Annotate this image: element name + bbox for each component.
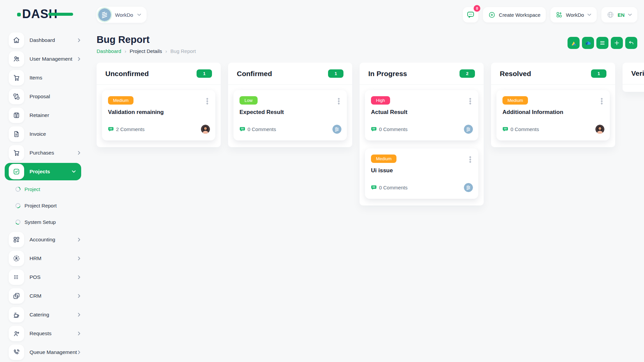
sidebar-item-projects[interactable]: Projects xyxy=(5,163,81,180)
breadcrumb-dashboard[interactable]: Dashboard xyxy=(97,48,121,54)
chevron-right-icon xyxy=(77,151,81,155)
column-count-badge: 2 xyxy=(460,69,475,78)
breadcrumb-project-details[interactable]: Project Details xyxy=(129,48,162,54)
sidebar-item-hrm[interactable]: HRM xyxy=(0,249,87,268)
chevron-right-icon xyxy=(77,275,81,279)
sidebar-subitem-system-setup[interactable]: System Setup xyxy=(0,214,87,230)
card-menu-button[interactable] xyxy=(204,97,211,107)
app-logo[interactable]: DASH xyxy=(0,5,87,23)
assignee-avatar xyxy=(464,183,473,192)
topbar: WorkDo 0 Create Workspace WorkDo xyxy=(87,0,644,27)
sidebar-item-items[interactable]: Items xyxy=(0,68,87,87)
sidebar-item-proposal[interactable]: Proposal xyxy=(0,87,87,106)
comments-count: 0 Comments xyxy=(502,126,539,132)
page-title: Bug Report xyxy=(97,34,196,45)
column-body xyxy=(623,84,644,92)
person-target-icon xyxy=(9,251,24,266)
back-button[interactable] xyxy=(625,37,637,49)
card-menu-button[interactable] xyxy=(467,97,474,107)
kebab-menu-icon xyxy=(469,156,472,163)
kanban-column-confirmed: Confirmed 1 Low Expected Result 0 C xyxy=(228,63,352,147)
column-body: Medium Validation remaining 2 Comments xyxy=(97,84,221,147)
column-count-badge: 1 xyxy=(591,69,606,78)
column-title: In Progress xyxy=(368,70,407,78)
sidebar-item-purchases[interactable]: Purchases xyxy=(0,143,87,162)
chevron-right-icon xyxy=(77,331,81,336)
sidebar-item-requests[interactable]: Requests xyxy=(0,324,87,343)
main-area: WorkDo 0 Create Workspace WorkDo xyxy=(87,0,644,362)
sidebar-subitem-project[interactable]: Project xyxy=(0,181,87,197)
chevron-right-icon xyxy=(77,57,81,61)
breadcrumb-separator: › xyxy=(165,48,167,54)
sidebar-item-invoice[interactable]: Invoice xyxy=(0,125,87,143)
onedrive-button[interactable] xyxy=(582,37,594,49)
comments-count: 0 Comments xyxy=(371,185,408,191)
app-switcher-dropdown[interactable]: WorkDo xyxy=(550,7,597,22)
cart-icon xyxy=(9,145,24,161)
chevron-down-icon xyxy=(587,13,591,17)
assignee-avatar xyxy=(595,125,604,134)
card-footer: 2 Comments xyxy=(108,125,210,134)
chevron-down-icon xyxy=(628,13,632,17)
assignee-avatar xyxy=(464,125,473,134)
chevron-right-icon xyxy=(77,294,81,298)
workspace-name: WorkDo xyxy=(115,12,133,18)
google-drive-button[interactable] xyxy=(568,37,580,49)
task-title: Actual Result xyxy=(371,109,473,116)
column-header: In Progress 2 xyxy=(360,63,484,84)
messages-button[interactable]: 0 xyxy=(463,7,478,22)
add-task-button[interactable] xyxy=(611,37,623,49)
assignee-avatar xyxy=(201,125,210,134)
card-menu-button[interactable] xyxy=(335,97,342,107)
sidebar: DASH Dashboard User Management xyxy=(0,0,87,362)
google-drive-icon xyxy=(571,40,577,46)
sidebar-item-catering[interactable]: Catering xyxy=(0,305,87,324)
phone-call-icon xyxy=(9,345,24,360)
sidebar-item-pos[interactable]: POS xyxy=(0,268,87,287)
task-title: Additional Information xyxy=(502,109,604,116)
card-footer: 0 Comments xyxy=(371,183,473,192)
language-label: EN xyxy=(618,12,625,18)
sidebar-item-crm[interactable]: CRM xyxy=(0,287,87,305)
sidebar-nav: Dashboard User Management Items xyxy=(0,31,87,362)
save-icon xyxy=(9,108,24,123)
breadcrumb-separator: › xyxy=(124,48,126,54)
list-view-button[interactable] xyxy=(596,37,608,49)
column-header: Verified xyxy=(623,63,644,84)
priority-badge: Low xyxy=(239,96,258,105)
task-card[interactable]: High Actual Result 0 Comments xyxy=(365,90,478,140)
priority-badge: Medium xyxy=(108,96,133,105)
chevron-right-icon xyxy=(77,238,81,242)
language-dropdown[interactable]: EN xyxy=(601,7,637,22)
task-card[interactable]: Medium Validation remaining 2 Comments xyxy=(102,90,215,140)
task-title: Expected Result xyxy=(239,109,341,116)
task-card[interactable]: Medium Ui issue 0 Comments xyxy=(365,148,478,199)
card-footer: 0 Comments xyxy=(239,125,341,134)
sidebar-subitem-project-report[interactable]: Project Report xyxy=(0,197,87,214)
task-card[interactable]: Low Expected Result 0 Comments xyxy=(233,90,347,140)
column-header: Unconfirmed 1 xyxy=(97,63,221,84)
coffee-cup-icon xyxy=(9,307,24,322)
create-workspace-button[interactable]: Create Workspace xyxy=(483,7,546,22)
sidebar-item-accounting[interactable]: Accounting xyxy=(0,230,87,249)
sidebar-item-dashboard[interactable]: Dashboard xyxy=(0,31,87,50)
column-title: Unconfirmed xyxy=(105,70,149,78)
chevron-right-icon xyxy=(77,256,81,260)
card-menu-button[interactable] xyxy=(598,97,605,107)
column-body: Low Expected Result 0 Comments xyxy=(228,84,352,147)
home-icon xyxy=(9,33,24,48)
column-title: Confirmed xyxy=(237,70,272,78)
card-menu-button[interactable] xyxy=(467,155,474,165)
comment-icon xyxy=(108,126,114,132)
priority-badge: Medium xyxy=(371,155,396,163)
task-card[interactable]: Medium Additional Information 0 Comments xyxy=(496,90,610,140)
page-header: Bug Report Dashboard › Project Details ›… xyxy=(87,27,644,54)
app-shell: DASH Dashboard User Management xyxy=(0,0,644,362)
column-header: Confirmed 1 xyxy=(228,63,352,84)
workspace-switcher[interactable]: WorkDo xyxy=(97,7,147,23)
list-icon xyxy=(599,40,605,46)
sidebar-item-retainer[interactable]: Retainer xyxy=(0,106,87,125)
page-actions xyxy=(568,37,637,49)
sidebar-item-queue-management[interactable]: Queue Management xyxy=(0,343,87,362)
sidebar-item-user-management[interactable]: User Management xyxy=(0,50,87,68)
